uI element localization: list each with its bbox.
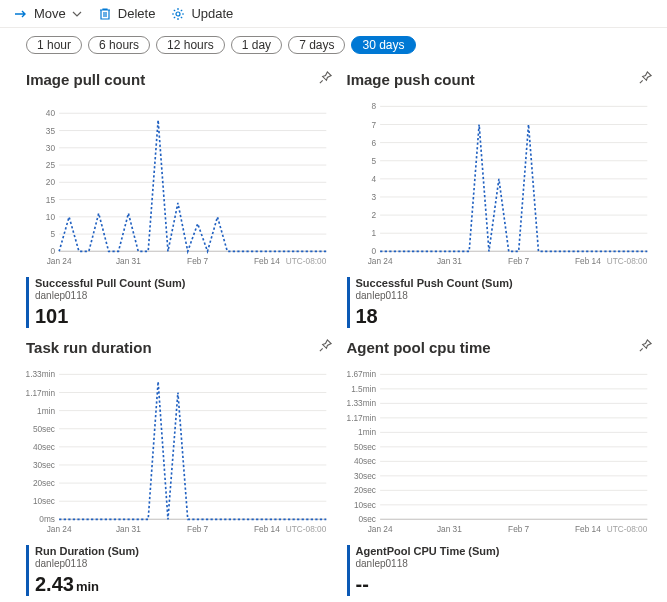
metric-name: AgentPool CPU Time (Sum) <box>356 545 654 558</box>
metrics-grid: Image pull count 0510152025303540Jan 24J… <box>0 58 667 602</box>
svg-text:Jan 24: Jan 24 <box>47 525 72 534</box>
update-label: Update <box>191 6 233 21</box>
svg-text:Jan 24: Jan 24 <box>367 257 392 266</box>
svg-text:0: 0 <box>50 247 55 256</box>
metric-name: Run Duration (Sum) <box>35 545 333 558</box>
time-range-pill[interactable]: 12 hours <box>156 36 225 54</box>
chevron-down-icon <box>72 9 82 19</box>
gear-icon <box>171 7 185 21</box>
resource-name: danlep0118 <box>35 558 333 570</box>
metric-chart: 0510152025303540Jan 24Jan 31Feb 7Feb 14U… <box>26 98 333 268</box>
svg-text:1.17min: 1.17min <box>347 414 376 423</box>
svg-text:Jan 24: Jan 24 <box>367 525 392 534</box>
metric-card: Image pull count 0510152025303540Jan 24J… <box>26 70 333 328</box>
metric-name: Successful Push Count (Sum) <box>356 277 654 290</box>
svg-text:Feb 14: Feb 14 <box>254 525 280 534</box>
svg-text:1: 1 <box>371 229 376 238</box>
metric-card: Agent pool cpu time 0sec10sec20sec30sec4… <box>347 338 654 596</box>
move-icon <box>14 7 28 21</box>
chart-title: Agent pool cpu time <box>347 339 491 356</box>
svg-text:1.33min: 1.33min <box>347 400 376 409</box>
svg-text:Feb 14: Feb 14 <box>575 257 601 266</box>
svg-text:35: 35 <box>46 127 56 136</box>
svg-text:Feb 7: Feb 7 <box>187 257 209 266</box>
pin-icon <box>318 338 333 353</box>
svg-text:20sec: 20sec <box>353 487 375 496</box>
metric-name: Successful Pull Count (Sum) <box>35 277 333 290</box>
pin-button[interactable] <box>318 338 333 356</box>
svg-text:1.67min: 1.67min <box>347 371 376 380</box>
time-range-pill[interactable]: 6 hours <box>88 36 150 54</box>
time-range-pill[interactable]: 1 day <box>231 36 282 54</box>
metric-value: 101 <box>35 304 333 328</box>
svg-text:10: 10 <box>46 213 56 222</box>
svg-text:6: 6 <box>371 139 376 148</box>
time-range-picker: 1 hour6 hours12 hours1 day7 days30 days <box>0 28 667 58</box>
delete-button[interactable]: Delete <box>98 6 156 21</box>
svg-text:50sec: 50sec <box>353 443 375 452</box>
metric-unit: min <box>76 579 99 594</box>
svg-text:1.33min: 1.33min <box>26 371 55 380</box>
svg-text:7: 7 <box>371 121 376 130</box>
chart-title: Task run duration <box>26 339 152 356</box>
svg-text:UTC-08:00: UTC-08:00 <box>286 525 327 534</box>
update-button[interactable]: Update <box>171 6 233 21</box>
metric-value: -- <box>356 572 654 596</box>
resource-name: danlep0118 <box>356 558 654 570</box>
svg-text:2: 2 <box>371 211 376 220</box>
metric-chart: 0sec10sec20sec30sec40sec50sec1min1.17min… <box>347 366 654 536</box>
svg-text:UTC-08:00: UTC-08:00 <box>606 257 647 266</box>
svg-text:Jan 31: Jan 31 <box>436 525 461 534</box>
pin-icon <box>638 70 653 85</box>
svg-text:1min: 1min <box>37 407 55 416</box>
delete-label: Delete <box>118 6 156 21</box>
svg-text:30: 30 <box>46 144 56 153</box>
svg-text:50sec: 50sec <box>33 425 55 434</box>
svg-text:1min: 1min <box>358 429 376 438</box>
pin-button[interactable] <box>318 70 333 88</box>
metric-value: 18 <box>356 304 654 328</box>
svg-text:30sec: 30sec <box>353 472 375 481</box>
pin-icon <box>318 70 333 85</box>
svg-text:30sec: 30sec <box>33 461 55 470</box>
svg-text:Feb 14: Feb 14 <box>575 525 601 534</box>
svg-text:5: 5 <box>50 230 55 239</box>
svg-text:Feb 7: Feb 7 <box>508 257 530 266</box>
resource-name: danlep0118 <box>356 290 654 302</box>
pin-icon <box>638 338 653 353</box>
time-range-pill[interactable]: 1 hour <box>26 36 82 54</box>
svg-text:UTC-08:00: UTC-08:00 <box>286 257 327 266</box>
move-button[interactable]: Move <box>14 6 82 21</box>
svg-text:0sec: 0sec <box>358 516 375 525</box>
svg-text:40sec: 40sec <box>33 443 55 452</box>
resource-name: danlep0118 <box>35 290 333 302</box>
svg-text:Jan 31: Jan 31 <box>116 257 141 266</box>
command-bar: Move Delete Update <box>0 0 667 28</box>
metric-summary: Successful Pull Count (Sum) danlep0118 1… <box>26 277 333 328</box>
svg-text:1.5min: 1.5min <box>351 385 376 394</box>
metric-chart: 0ms10sec20sec30sec40sec50sec1min1.17min1… <box>26 366 333 536</box>
svg-text:10sec: 10sec <box>353 501 375 510</box>
metric-summary: Run Duration (Sum) danlep0118 2.43min <box>26 545 333 596</box>
svg-text:1.17min: 1.17min <box>26 389 55 398</box>
time-range-pill[interactable]: 7 days <box>288 36 345 54</box>
time-range-pill[interactable]: 30 days <box>351 36 415 54</box>
svg-text:4: 4 <box>371 175 376 184</box>
svg-text:UTC-08:00: UTC-08:00 <box>606 525 647 534</box>
svg-text:Feb 7: Feb 7 <box>508 525 530 534</box>
metric-summary: AgentPool CPU Time (Sum) danlep0118 -- <box>347 545 654 596</box>
svg-text:10sec: 10sec <box>33 498 55 507</box>
svg-text:Jan 24: Jan 24 <box>47 257 72 266</box>
svg-text:15: 15 <box>46 196 56 205</box>
svg-text:20: 20 <box>46 178 56 187</box>
svg-text:20sec: 20sec <box>33 479 55 488</box>
svg-text:Feb 7: Feb 7 <box>187 525 209 534</box>
move-label: Move <box>34 6 66 21</box>
svg-text:Jan 31: Jan 31 <box>436 257 461 266</box>
pin-button[interactable] <box>638 70 653 88</box>
svg-text:25: 25 <box>46 161 56 170</box>
pin-button[interactable] <box>638 338 653 356</box>
chart-title: Image pull count <box>26 71 145 88</box>
metric-summary: Successful Push Count (Sum) danlep0118 1… <box>347 277 654 328</box>
svg-point-0 <box>176 12 180 16</box>
